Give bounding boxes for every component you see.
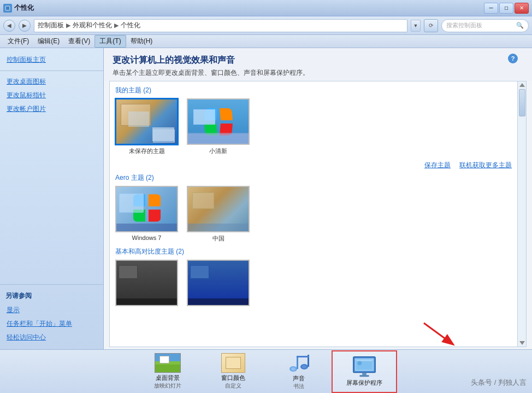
wallpaper-sublabel: 放映幻灯片 [154, 382, 181, 390]
title-controls: ─ □ ✕ [484, 3, 529, 14]
scroll-down-arrow[interactable] [519, 341, 525, 345]
content-subtitle: 单击某个主题立即更改桌面背景、窗口颜色、声音和屏幕保护程序。 [113, 68, 523, 78]
main-layout: 控制面板主页 更改桌面图标 更改鼠标指针 更改帐户图片 另请参阅 显示 任务栏和… [0, 48, 532, 349]
watermark: 头条号 / 判独人言 [471, 378, 527, 388]
path-part-1: 外观和个性化 [73, 21, 112, 30]
color-label: 窗口颜色 [221, 374, 245, 382]
sound-label: 声音 [293, 374, 305, 383]
sidebar-divider-1 [0, 71, 103, 71]
menu-help[interactable]: 帮助(H) [126, 36, 157, 47]
theme-thumbnail-win7 [115, 186, 178, 232]
sidebar-also-see-label: 另请参阅 [0, 289, 103, 303]
bottom-item-screensaver[interactable]: 屏幕保护程序 [332, 350, 397, 393]
theme-label-china: 中国 [212, 234, 224, 243]
my-themes-row: 未保存的主题 [115, 98, 512, 155]
svg-point-12 [358, 361, 362, 365]
theme-label-unsaved: 未保存的主题 [129, 147, 165, 155]
path-sep-2: ▶ [114, 22, 119, 29]
forward-button[interactable]: ▶ [19, 20, 31, 32]
content-header: 更改计算机上的视觉效果和声音 单击某个主题立即更改桌面背景、窗口颜色、声音和屏幕… [104, 48, 532, 81]
aero-themes-label: Aero 主题 (2) [115, 173, 512, 183]
svg-point-8 [302, 365, 306, 368]
sidebar-link-taskbar[interactable]: 任务栏和「开始」菜单 [0, 318, 103, 330]
address-path[interactable]: 控制面板 ▶ 外观和个性化 ▶ 个性化 [34, 19, 407, 32]
path-dropdown[interactable]: ▼ [411, 20, 421, 32]
svg-rect-13 [362, 373, 367, 376]
svg-rect-6 [297, 356, 309, 357]
save-links: 保存主题 联机获取更多主题 [115, 160, 512, 173]
title-bar: 个性化 ─ □ ✕ [0, 0, 532, 16]
sound-sublabel: 书法 [293, 383, 304, 390]
aero-themes-row: Windows 7 中国 [115, 186, 512, 243]
theme-thumbnail-basic1 [115, 260, 178, 306]
minimize-button[interactable]: ─ [484, 3, 498, 14]
sidebar-link-desktop-icons[interactable]: 更改桌面图标 [0, 75, 103, 88]
theme-item-qingxin[interactable]: 小清新 [187, 98, 250, 155]
theme-thumbnail-unsaved [115, 98, 178, 145]
svg-rect-1 [6, 7, 9, 10]
menu-view[interactable]: 查看(V) [64, 36, 94, 47]
svg-rect-15 [357, 360, 373, 361]
basic-themes-row [115, 260, 512, 306]
color-sublabel: 自定义 [225, 382, 241, 390]
svg-rect-4 [297, 356, 298, 369]
bottom-item-wallpaper[interactable]: 桌面背景 放映幻灯片 [135, 350, 200, 393]
sidebar-link-ease[interactable]: 轻松访问中心 [0, 331, 103, 344]
menu-tools[interactable]: 工具(T) [94, 35, 126, 48]
window-icon [3, 4, 12, 13]
theme-label-qingxin: 小清新 [209, 147, 227, 155]
themes-content: 我的主题 (2) 未保存的主题 [110, 81, 517, 315]
basic-themes-label: 基本和高对比度主题 (2) [115, 247, 512, 256]
path-part-2: 个性化 [121, 21, 140, 30]
sidebar-link-mouse[interactable]: 更改鼠标指针 [0, 89, 103, 102]
scroll-up-arrow[interactable] [519, 83, 525, 87]
menu-edit[interactable]: 编辑(E) [33, 36, 64, 47]
menu-bar: 文件(F) 编辑(E) 查看(V) 工具(T) 帮助(H) [0, 35, 532, 48]
scroll-thumb[interactable] [519, 89, 525, 116]
theme-item-win7[interactable]: Windows 7 [115, 186, 178, 243]
sidebar-link-account-pic[interactable]: 更改帐户图片 [0, 103, 103, 115]
theme-item-basic2[interactable] [187, 260, 250, 306]
theme-thumbnail-basic2 [187, 260, 250, 306]
sidebar: 控制面板主页 更改桌面图标 更改鼠标指针 更改帐户图片 另请参阅 显示 任务栏和… [0, 48, 104, 349]
menu-file[interactable]: 文件(F) [3, 36, 33, 47]
help-icon[interactable]: ? [508, 54, 518, 63]
content-title: 更改计算机上的视觉效果和声音 [113, 55, 523, 66]
svg-rect-14 [359, 375, 369, 377]
bottom-item-sound[interactable]: 声音 书法 [266, 350, 332, 393]
screensaver-label: 屏幕保护程序 [346, 379, 382, 387]
svg-point-7 [291, 367, 295, 371]
title-bar-left: 个性化 [3, 3, 34, 13]
screensaver-icon [351, 356, 377, 378]
save-theme-link[interactable]: 保存主题 [424, 161, 451, 170]
get-more-link[interactable]: 联机获取更多主题 [459, 161, 512, 170]
my-themes-label: 我的主题 (2) [115, 86, 512, 95]
theme-item-basic1[interactable] [115, 260, 178, 306]
sidebar-link-display[interactable]: 显示 [0, 304, 103, 316]
theme-item-china[interactable]: 中国 [187, 186, 250, 243]
sound-icon [286, 353, 312, 373]
path-sep-1: ▶ [66, 22, 70, 29]
theme-thumbnail-china [187, 186, 250, 232]
content-area: 更改计算机上的视觉效果和声音 单击某个主题立即更改桌面背景、窗口颜色、声音和屏幕… [104, 48, 532, 349]
back-button[interactable]: ◀ [3, 20, 15, 32]
theme-item-unsaved[interactable]: 未保存的主题 [115, 98, 178, 155]
color-icon [220, 353, 246, 373]
sidebar-divider-2 [0, 284, 103, 285]
search-box[interactable]: 搜索控制面板 🔍 [441, 19, 529, 32]
bottom-bar: 桌面背景 放映幻灯片 窗口颜色 自定义 声音 书法 [0, 349, 532, 393]
wallpaper-icon [155, 353, 181, 373]
theme-label-win7: Windows 7 [132, 234, 162, 241]
search-placeholder: 搜索控制面板 [446, 21, 514, 30]
refresh-button[interactable]: ⟳ [424, 19, 438, 32]
bottom-item-color[interactable]: 窗口颜色 自定义 [200, 350, 266, 393]
address-bar: ◀ ▶ 控制面板 ▶ 外观和个性化 ▶ 个性化 ▼ ⟳ 搜索控制面板 🔍 [0, 16, 532, 35]
scrollbar[interactable] [518, 81, 527, 347]
wallpaper-label: 桌面背景 [156, 374, 180, 382]
theme-thumbnail-qingxin [187, 98, 250, 145]
search-icon: 🔍 [516, 22, 524, 29]
sidebar-link-home[interactable]: 控制面板主页 [0, 54, 103, 66]
close-button[interactable]: ✕ [515, 3, 529, 14]
maximize-button[interactable]: □ [499, 3, 513, 14]
window-title: 个性化 [14, 3, 34, 13]
